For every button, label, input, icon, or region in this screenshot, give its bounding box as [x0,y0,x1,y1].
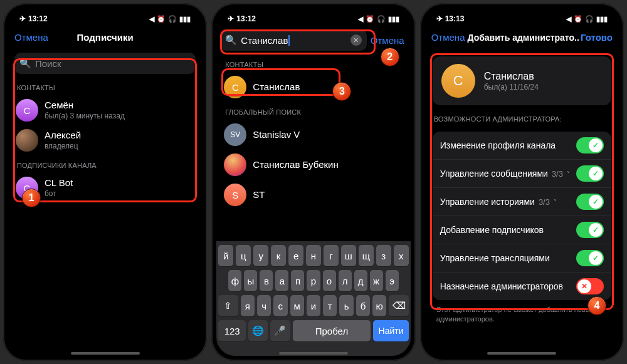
key[interactable]: а [275,270,288,291]
permission-label: Добавление подписчиков [440,225,544,235]
result-name: Станислав [253,81,300,93]
profile-card[interactable]: С Станислав был(а) 11/16/24 [433,56,611,105]
permission-count: 3/3 [539,197,550,207]
permission-row[interactable]: Добавление подписчиков✓ [433,216,611,244]
search-input[interactable]: 🔍 Станислав ✕ [220,29,367,51]
cancel-button[interactable]: Отмена [431,32,465,43]
check-icon: ✓ [589,138,603,152]
key[interactable]: б [356,295,370,316]
key[interactable]: ь [339,295,353,316]
permission-toggle[interactable]: ✓ [576,165,604,182]
key[interactable]: е [288,245,303,266]
key[interactable]: ж [370,270,383,291]
search-icon: 🔍 [19,58,31,69]
permission-toggle[interactable]: ✓ [576,137,604,153]
key[interactable]: я [241,295,255,316]
keyboard[interactable]: йцукенгшщзх фывапролджэ ⇧ячсмитьбю⌫ 123 … [216,241,410,356]
permission-toggle[interactable]: ✓ [576,250,604,266]
contact-row[interactable]: Алексейвладелец [8,125,202,155]
contact-name: Семён [45,100,125,112]
key[interactable]: п [291,270,304,291]
key-find[interactable]: Найти [373,320,408,341]
section-permissions: ВОЗМОЖНОСТИ АДМИНИСТРАТОРА: [425,105,619,127]
profile-status: был(а) 11/16/24 [484,83,539,92]
search-input[interactable]: 🔍 Поиск [14,53,196,74]
phone-1: ✈︎13:12 ◀⏰🎧▮▮▮ Отмена Подписчики 🔍 Поиск… [3,3,207,361]
key[interactable]: э [386,270,399,291]
search-result-row[interactable]: SV Stanislav V [216,120,410,150]
search-placeholder: Поиск [35,58,61,69]
key[interactable]: и [307,295,320,316]
permission-toggle[interactable]: ✓ [576,194,604,210]
check-icon: ✓ [589,251,603,265]
contact-row[interactable]: С Семёнбыл(а) 3 минуты назад [8,95,202,125]
key[interactable]: у [253,245,268,266]
search-value: Станислав [241,35,347,46]
cancel-button[interactable]: Отмена [371,35,404,46]
section-contacts: КОНТАКТЫ [8,78,202,95]
key[interactable]: з [376,245,391,266]
permission-toggle[interactable]: ✕ [576,278,604,294]
key[interactable]: ф [228,270,241,291]
cancel-button[interactable]: Отмена [14,32,48,43]
status-bar: ✈︎13:12 ◀⏰🎧▮▮▮ [8,8,202,29]
done-button[interactable]: Готово [581,32,613,43]
key[interactable]: л [339,270,352,291]
permission-row[interactable]: Назначение администраторов✕ [433,273,611,300]
home-indicator [487,352,556,355]
key-mic[interactable]: 🎤 [270,320,290,341]
permission-row[interactable]: Управление трансляциями✓ [433,244,611,273]
clear-icon[interactable]: ✕ [350,34,362,46]
key-globe[interactable]: 🌐 [248,320,268,341]
permission-label: Управление трансляциями [440,253,550,263]
key[interactable]: м [290,295,304,316]
key[interactable]: г [324,245,339,266]
search-result-row[interactable]: Станислав Бубекин [216,150,410,180]
avatar: S [224,184,246,206]
contact-status: бот [45,189,73,199]
key[interactable]: ы [244,270,257,291]
close-icon: ✕ [577,279,591,293]
chevron-down-icon: ˅ [567,170,570,177]
key-shift[interactable]: ⇧ [218,295,238,316]
page-title: Подписчики [77,32,134,43]
permission-toggle[interactable]: ✓ [576,222,604,238]
key[interactable]: ц [236,245,251,266]
key[interactable]: к [271,245,286,266]
permission-row[interactable]: Изменение профиля канала✓ [433,132,611,160]
status-bar: ✈︎13:13 ◀⏰🎧▮▮▮ [425,8,619,29]
key[interactable]: р [307,270,320,291]
key[interactable]: д [354,270,367,291]
key-123[interactable]: 123 [218,320,246,341]
status-bar: ✈︎13:12 ◀⏰🎧▮▮▮ [216,8,410,29]
permission-row[interactable]: Управление историями3/3˅✓ [433,188,611,216]
step-badge-1: 1 [22,189,41,207]
search-icon: 🔍 [225,34,237,46]
contact-status: был(а) 3 минуты назад [45,112,125,121]
contact-status: владелец [45,142,81,151]
avatar: SV [224,123,246,146]
key[interactable]: ч [257,295,271,316]
key[interactable]: о [323,270,336,291]
key[interactable]: н [306,245,321,266]
search-result-row[interactable]: С Станислав [216,72,410,102]
key[interactable]: щ [359,245,374,266]
key-backspace[interactable]: ⌫ [389,295,408,316]
key-space[interactable]: Пробел [293,320,371,341]
permission-row[interactable]: Управление сообщениями3/3˅✓ [433,160,611,188]
key[interactable]: с [273,295,287,316]
key[interactable]: х [394,245,409,266]
section-subscribers: ПОДПИСЧИКИ КАНАЛА [8,155,202,173]
key[interactable]: й [218,245,233,266]
nav-bar: Отмена Подписчики [8,29,202,49]
key[interactable]: ш [341,245,356,266]
key[interactable]: ю [372,295,386,316]
permissions-list: Изменение профиля канала✓Управление сооб… [433,132,611,300]
check-icon: ✓ [589,223,603,237]
avatar: С [16,99,38,122]
key[interactable]: т [323,295,337,316]
key[interactable]: в [260,270,273,291]
phone-2: ✈︎13:12 ◀⏰🎧▮▮▮ 🔍 Станислав ✕ Отмена КОНТ… [211,3,415,361]
search-result-row[interactable]: S ST [216,180,410,210]
page-title: Добавить администрато... [467,33,579,43]
